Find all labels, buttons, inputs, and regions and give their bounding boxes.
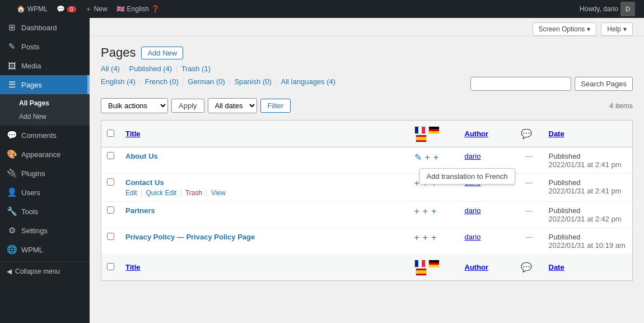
view-action[interactable]: View xyxy=(211,189,226,197)
media-icon: 🖼 xyxy=(7,61,17,71)
comment-bubble-icon: 💬 xyxy=(521,129,532,139)
lang-filter-all[interactable]: All languages (4) xyxy=(281,77,336,86)
add-trans-es[interactable]: + xyxy=(431,233,436,243)
topbar-wpml-link[interactable]: 🏠 WPML xyxy=(13,0,51,18)
apply-button[interactable]: Apply xyxy=(171,99,204,113)
help-button[interactable]: Help ▾ xyxy=(601,22,633,36)
sidebar-item-comments-label: Comments xyxy=(21,131,57,140)
lang-filter-german[interactable]: German (0) xyxy=(188,77,225,86)
page-title-link[interactable]: About Us xyxy=(125,152,158,160)
header-author-link[interactable]: Author xyxy=(465,130,489,138)
filter-button[interactable]: Filter xyxy=(260,99,291,113)
add-trans-de[interactable]: + xyxy=(423,233,428,243)
sidebar-item-wpml[interactable]: 🌐 WPML xyxy=(0,240,90,259)
sidebar-item-media[interactable]: 🖼 Media xyxy=(0,56,90,75)
edit-action[interactable]: Edit xyxy=(125,189,137,197)
sidebar-item-tools[interactable]: 🔧 Tools xyxy=(0,202,90,221)
date-value: Published 2022/01/31 at 2:41 pm xyxy=(549,152,627,169)
row-checkbox[interactable] xyxy=(107,233,114,240)
filter-all[interactable]: All (4) xyxy=(101,64,120,73)
add-trans-fr[interactable]: + xyxy=(414,206,419,216)
topbar-new-link[interactable]: ＋ New xyxy=(82,0,111,18)
add-trans-fr[interactable]: + xyxy=(414,233,419,243)
row-comments-cell: — xyxy=(515,228,543,255)
lang-filter-french[interactable]: French (0) xyxy=(145,77,179,86)
header-date-link[interactable]: Date xyxy=(549,130,564,138)
add-translation-fr-btn[interactable]: + xyxy=(414,178,419,188)
language-filter-links: English (4) | French (0) | German (0) | … xyxy=(101,77,335,86)
sidebar-item-settings[interactable]: ⚙ Settings xyxy=(0,221,90,240)
footer-date-link[interactable]: Date xyxy=(549,263,564,271)
page-title-link[interactable]: Privacy Policy — Privacy Policy Page xyxy=(125,233,255,241)
row-title-cell: Privacy Policy — Privacy Policy Page xyxy=(120,228,409,255)
search-input[interactable] xyxy=(470,77,571,91)
table-header: Title Author 💬 xyxy=(101,121,633,147)
bulk-actions-select[interactable]: Bulk actions xyxy=(101,98,168,113)
select-all-footer-checkbox[interactable] xyxy=(107,263,114,270)
row-author-cell: dario xyxy=(459,202,515,228)
date-value: Published 2022/01/31 at 10:19 am xyxy=(549,233,627,250)
wp-logo-link[interactable]: W xyxy=(4,0,11,18)
row-date-cell: Published 2022/01/31 at 2:42 pm xyxy=(543,202,633,228)
topbar-right: Howdy, dario D xyxy=(575,2,640,16)
header-title-link[interactable]: Title xyxy=(125,130,141,138)
row-checkbox[interactable] xyxy=(107,178,114,186)
add-trans-de[interactable]: + xyxy=(423,206,428,216)
add-translation-fr-icon[interactable]: + xyxy=(425,153,430,162)
topbar-comments-link[interactable]: 💬 0 xyxy=(53,0,80,18)
screen-options-button[interactable]: Screen Options ▾ xyxy=(533,22,597,36)
home-icon: 🏠 xyxy=(17,5,25,13)
page-title-link[interactable]: Contact Us xyxy=(125,178,164,187)
search-pages-button[interactable]: Search Pages xyxy=(575,77,633,91)
comments-dash: — xyxy=(525,206,533,215)
lang-filter-english[interactable]: English (4) xyxy=(101,77,136,86)
filter-trash[interactable]: Trash (1) xyxy=(181,64,211,73)
add-trans-es[interactable]: + xyxy=(431,206,436,216)
sidebar-item-comments[interactable]: 💬 Comments xyxy=(0,126,90,145)
date-value: Published 2022/01/31 at 2:41 pm xyxy=(549,178,627,195)
avatar: D xyxy=(620,2,635,16)
footer-title-link[interactable]: Title xyxy=(125,263,141,271)
sidebar-item-media-label: Media xyxy=(21,62,41,70)
row-checkbox[interactable] xyxy=(107,152,114,159)
edit-translation-icon[interactable]: ✎ xyxy=(414,152,422,163)
row-checkbox[interactable] xyxy=(107,206,114,214)
author-link[interactable]: dario xyxy=(465,152,481,160)
sidebar-item-plugins[interactable]: 🔌 Plugins xyxy=(0,164,90,183)
spanish-flag-footer xyxy=(416,268,427,276)
lang-filter-spanish[interactable]: Spanish (0) xyxy=(234,77,271,86)
sidebar-pages-submenu: All Pages Add New xyxy=(0,94,90,126)
page-title-link[interactable]: Partners xyxy=(125,206,155,215)
layout: ⊞ Dashboard ✎ Posts 🖼 Media ☰ Pages All … xyxy=(0,18,644,323)
quick-edit-action[interactable]: Quick Edit xyxy=(146,189,176,197)
search-box: Search Pages xyxy=(470,77,633,91)
sidebar-item-pages[interactable]: ☰ Pages xyxy=(0,75,90,94)
sidebar-sub-add-new[interactable]: Add New xyxy=(0,110,90,123)
add-translation-es-icon[interactable]: + xyxy=(433,153,438,163)
dates-filter-select[interactable]: All dates xyxy=(208,98,257,113)
flags-container: ✎ + Add translation to French + xyxy=(414,152,454,163)
sidebar-item-appearance[interactable]: 🎨 Appearance xyxy=(0,145,90,164)
sidebar-item-users[interactable]: 👤 Users xyxy=(0,183,90,202)
footer-title: Title xyxy=(120,254,409,281)
header-title: Title xyxy=(120,121,409,147)
row-flags-cell: ✎ + Add translation to French + xyxy=(409,147,459,174)
help-chevron-icon: ▾ xyxy=(623,25,627,33)
topbar-language-link[interactable]: 🇬🇧 English ❓ xyxy=(113,0,163,18)
add-new-button[interactable]: Add New xyxy=(141,47,183,59)
trash-action[interactable]: Trash xyxy=(185,189,202,197)
footer-author: Author xyxy=(459,254,515,281)
filter-published[interactable]: Published (4) xyxy=(129,64,172,73)
author-link[interactable]: dario xyxy=(465,233,481,241)
wpml-icon: 🌐 xyxy=(7,244,17,255)
comments-dash: — xyxy=(525,152,533,160)
content-area: Pages Add New All (4) | Published (4) | … xyxy=(90,36,644,290)
footer-author-link[interactable]: Author xyxy=(465,263,489,271)
sidebar-item-posts[interactable]: ✎ Posts xyxy=(0,37,90,56)
author-link[interactable]: dario xyxy=(465,206,481,215)
sidebar-sub-all-pages[interactable]: All Pages xyxy=(0,96,90,110)
sidebar-item-dashboard[interactable]: ⊞ Dashboard xyxy=(0,18,90,37)
select-all-checkbox[interactable] xyxy=(107,130,114,137)
screen-options-label: Screen Options xyxy=(539,25,585,33)
collapse-menu-btn[interactable]: ◀ Collapse menu xyxy=(0,261,90,281)
